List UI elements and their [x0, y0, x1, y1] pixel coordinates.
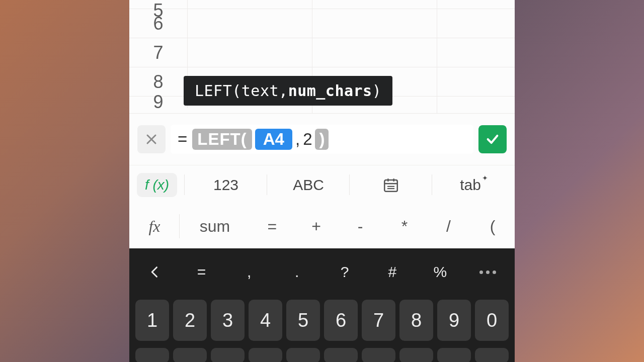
minus-button[interactable]: -: [338, 204, 382, 248]
tooltip-arg2: num_chars: [288, 82, 372, 100]
tab-tab[interactable]: tab✦: [432, 165, 515, 204]
formula-token-equals: =: [176, 130, 189, 149]
tab-star-icon: ✦: [482, 174, 488, 182]
spreadsheet-app: 5 6 7 8 9 LEFT: [129, 0, 515, 362]
tab-123[interactable]: 123: [185, 165, 267, 204]
sheet-row[interactable]: 6: [129, 9, 515, 38]
calendar-icon: [382, 176, 399, 194]
cell[interactable]: [437, 97, 515, 113]
key-hash[interactable]: #: [368, 251, 416, 293]
formula-token-cellref[interactable]: A4: [255, 129, 292, 150]
close-icon: [145, 133, 157, 145]
key-comma[interactable]: ,: [225, 251, 273, 293]
key-stub[interactable]: [324, 348, 358, 362]
cell[interactable]: [437, 38, 515, 67]
tab-fx[interactable]: f (x): [129, 165, 185, 204]
confirm-button[interactable]: [478, 125, 507, 153]
key-0[interactable]: 0: [475, 300, 509, 341]
cell[interactable]: [312, 0, 437, 9]
cancel-button[interactable]: [137, 125, 166, 153]
key-stub[interactable]: [211, 348, 245, 362]
tab-abc[interactable]: ABC: [267, 165, 350, 204]
equals-button[interactable]: =: [250, 204, 294, 248]
key-1[interactable]: 1: [135, 300, 169, 341]
formula-token-comma: ,: [295, 130, 300, 149]
key-stub[interactable]: [362, 348, 395, 362]
key-5[interactable]: 5: [286, 300, 320, 341]
cell[interactable]: [188, 0, 312, 9]
key-question[interactable]: ?: [321, 251, 369, 293]
cell[interactable]: [188, 9, 312, 38]
key-9[interactable]: 9: [437, 300, 471, 341]
fx-button[interactable]: fx: [129, 204, 180, 248]
chevron-left-icon: [148, 262, 162, 282]
key-stub[interactable]: [249, 348, 282, 362]
formula-bar: = LEFT( A4 ,2 ): [129, 114, 515, 165]
cell[interactable]: [312, 38, 437, 67]
svg-rect-0: [384, 180, 397, 192]
formula-input[interactable]: = LEFT( A4 ,2 ): [171, 125, 473, 154]
sum-button[interactable]: sum: [180, 204, 250, 248]
key-stub[interactable]: [135, 348, 169, 362]
row-header[interactable]: 6: [129, 9, 188, 38]
formula-token-function: LEFT(: [192, 129, 252, 150]
check-icon: [486, 132, 500, 146]
tooltip-fn: LEFT: [195, 82, 232, 100]
cell[interactable]: [188, 38, 312, 67]
tab-date[interactable]: [350, 165, 432, 204]
cell[interactable]: [437, 0, 515, 9]
key-stub[interactable]: [437, 348, 471, 362]
plus-button[interactable]: +: [294, 204, 339, 248]
function-hint-tooltip: LEFT(text,num_chars): [184, 76, 392, 106]
keyboard-number-row: 1 2 3 4 5 6 7 8 9 0: [132, 293, 512, 341]
formula-token-paren: ): [315, 129, 329, 150]
divide-button[interactable]: /: [427, 204, 471, 248]
key-4[interactable]: 4: [249, 300, 282, 341]
key-7[interactable]: 7: [362, 300, 395, 341]
key-6[interactable]: 6: [324, 300, 358, 341]
row-header[interactable]: 5: [129, 0, 188, 9]
key-stub[interactable]: [173, 348, 207, 362]
key-dot[interactable]: .: [273, 251, 321, 293]
key-stub[interactable]: [475, 348, 509, 362]
cell[interactable]: [437, 67, 515, 96]
sheet-row[interactable]: 7: [129, 38, 515, 67]
key-stub[interactable]: [399, 348, 433, 362]
keyboard-partial-row: [132, 341, 512, 362]
key-8[interactable]: 8: [399, 300, 433, 341]
keyboard-mode-tabs: f (x) 123 ABC tab✦: [129, 165, 515, 204]
keyboard-back-button[interactable]: [132, 251, 178, 293]
formula-token-number: 2: [303, 130, 312, 149]
function-shortcut-row: fx sum = + - * / (: [129, 204, 515, 248]
multiply-button[interactable]: *: [382, 204, 427, 248]
soft-keyboard: = , . ? # % 1 2 3 4 5 6 7 8 9 0: [129, 248, 515, 362]
row-header[interactable]: 7: [129, 38, 188, 67]
lparen-button[interactable]: (: [470, 204, 515, 248]
key-percent[interactable]: %: [416, 251, 464, 293]
spreadsheet-grid[interactable]: 5 6 7 8 9 LEFT: [129, 0, 515, 114]
row-header[interactable]: 9: [129, 92, 188, 108]
key-3[interactable]: 3: [211, 300, 245, 341]
sheet-row[interactable]: 5: [129, 0, 515, 9]
key-2[interactable]: 2: [173, 300, 207, 341]
cell[interactable]: [437, 9, 515, 38]
key-equals[interactable]: =: [178, 251, 225, 293]
fx-chip-label: f (x): [137, 173, 177, 197]
more-icon: [479, 270, 496, 274]
keyboard-symbol-row: = , . ? # %: [132, 251, 512, 293]
tooltip-arg1: text: [242, 82, 279, 100]
cell[interactable]: [312, 9, 437, 38]
key-stub[interactable]: [286, 348, 320, 362]
key-more[interactable]: [464, 251, 512, 293]
